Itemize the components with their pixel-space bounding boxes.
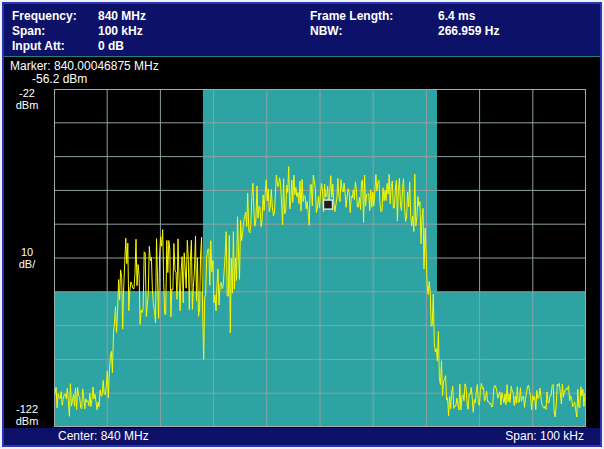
frequency-row: Frequency: 840 MHz	[12, 9, 146, 24]
frequency-value: 840 MHz	[98, 9, 146, 24]
marker-amplitude-readout: -56.2 dBm	[32, 73, 159, 86]
marker-square	[323, 200, 332, 209]
y-axis-scale-value: 10	[4, 246, 50, 258]
center-frequency-readout: Center: 840 MHz	[58, 428, 149, 445]
input-att-row: Input Att: 0 dB	[12, 39, 146, 54]
y-axis-scale-label: 10 dB/	[4, 246, 50, 270]
settings-right-column: Frame Length: 6.4 ms NBW: 266.959 Hz	[310, 9, 499, 39]
frame-length-row: Frame Length: 6.4 ms	[310, 9, 499, 24]
y-axis-top-unit: dBm	[4, 99, 50, 111]
y-axis-top-value: -22	[4, 87, 50, 99]
y-axis-bottom-label: -122 dBm	[4, 403, 50, 427]
frame-length-value: 6.4 ms	[438, 9, 475, 24]
y-axis-scale-unit: dB/	[4, 258, 50, 270]
nbw-label: NBW:	[310, 24, 438, 39]
y-axis-bottom-unit: dBm	[4, 415, 50, 427]
settings-header: Frequency: 840 MHz Span: 100 kHz Input A…	[10, 9, 594, 55]
y-axis-top-label: -22 dBm	[4, 87, 50, 111]
y-axis-bottom-value: -122	[4, 403, 50, 415]
display-area: Marker: 840.00046875 MHz -56.2 dBm -22 d…	[4, 56, 600, 429]
span-value: 100 kHz	[98, 24, 143, 39]
frequency-label: Frequency:	[12, 9, 98, 24]
span-readout: Span: 100 kHz	[505, 428, 584, 445]
frame-length-label: Frame Length:	[310, 9, 438, 24]
input-att-label: Input Att:	[12, 39, 98, 54]
footer-bar: Center: 840 MHz Span: 100 kHz	[4, 428, 600, 445]
marker-readout: Marker: 840.00046875 MHz -56.2 dBm	[10, 60, 159, 86]
span-label: Span:	[12, 24, 98, 39]
spectrum-canvas	[54, 89, 586, 427]
span-row: Span: 100 kHz	[12, 24, 146, 39]
spectrum-analyzer-screen: Frequency: 840 MHz Span: 100 kHz Input A…	[0, 0, 604, 449]
nbw-row: NBW: 266.959 Hz	[310, 24, 499, 39]
settings-left-column: Frequency: 840 MHz Span: 100 kHz Input A…	[12, 9, 146, 54]
input-att-value: 0 dB	[98, 39, 124, 54]
nbw-value: 266.959 Hz	[438, 24, 499, 39]
